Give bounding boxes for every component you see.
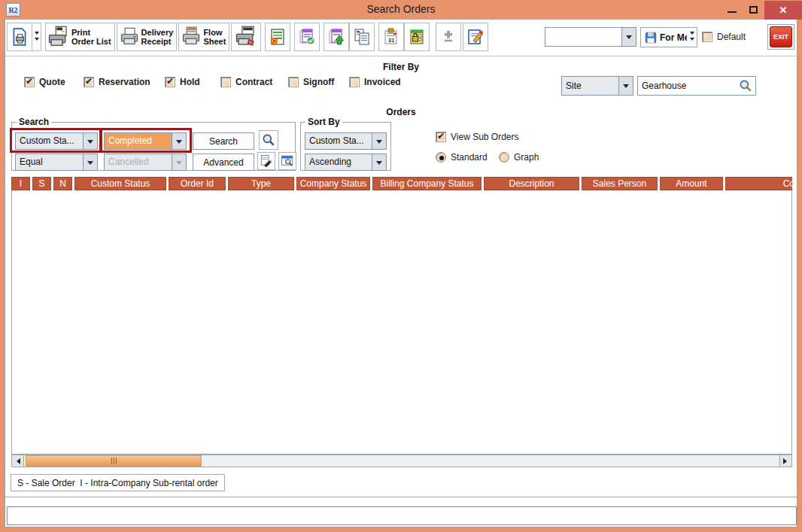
search-group-title: Search <box>17 117 51 127</box>
checkbox-box <box>702 32 712 42</box>
search-icon <box>261 132 276 147</box>
standard-radio[interactable]: Standard <box>436 152 488 163</box>
search-field-combo[interactable]: Custom Sta... <box>15 132 98 150</box>
site-search-input[interactable]: Gearhouse <box>637 76 756 96</box>
chevron-down-icon <box>172 154 186 170</box>
window-controls: ✕ <box>721 0 802 20</box>
minimize-button[interactable] <box>721 0 743 20</box>
column-header-n[interactable]: N <box>53 177 72 190</box>
orders-heading: Orders <box>5 107 797 117</box>
advanced-button[interactable]: Advanced <box>193 154 254 171</box>
calendar-icon: 31 <box>382 28 400 46</box>
checkbox-label: Signoff <box>303 77 334 87</box>
chevron-down-icon[interactable] <box>372 133 386 149</box>
print-options-dropdown[interactable] <box>32 23 41 51</box>
upload-order-button[interactable] <box>324 23 349 51</box>
security-button[interactable] <box>404 23 430 51</box>
saved-view-combo[interactable] <box>545 27 636 47</box>
maximize-button[interactable] <box>743 0 764 20</box>
thumb-grip <box>114 458 114 464</box>
table-body[interactable] <box>11 190 792 454</box>
arrow-right-icon <box>783 458 790 464</box>
batch-printer-icon <box>47 26 70 48</box>
calendar-button[interactable]: 31 <box>378 23 404 51</box>
bottom-separator <box>5 497 797 497</box>
green-document-icon <box>269 28 287 46</box>
checkbox-hold[interactable]: Hold <box>165 77 200 87</box>
column-header-s[interactable]: S <box>32 177 51 190</box>
for-me-options-dropdown[interactable] <box>687 27 697 47</box>
column-header-i[interactable]: I <box>11 177 30 190</box>
exit-button[interactable]: EXIT <box>770 26 792 47</box>
thumb-grip <box>111 458 112 464</box>
horizontal-scrollbar[interactable] <box>11 454 792 467</box>
filter-by-heading: Filter By <box>5 62 797 72</box>
confirm-order-button[interactable] <box>294 23 320 51</box>
checkbox-box <box>349 77 360 87</box>
pick-list-button[interactable] <box>231 23 261 51</box>
column-header-sales-person[interactable]: Sales Person <box>582 177 658 190</box>
saved-view-value <box>545 28 621 46</box>
search-window-button[interactable] <box>278 152 296 170</box>
copy-documents-icon <box>353 28 371 46</box>
checkbox-quote[interactable]: Quote <box>24 77 65 87</box>
chevron-down-icon[interactable] <box>372 154 386 170</box>
checkbox-contract[interactable]: Contract <box>220 77 272 87</box>
sort-field-combo[interactable]: Custom Sta... <box>305 132 387 150</box>
button-label: Delivery Receipt <box>140 28 175 46</box>
chevron-down-icon[interactable] <box>83 154 97 170</box>
chevron-down-icon[interactable] <box>621 28 636 46</box>
graph-radio[interactable]: Graph <box>499 152 539 163</box>
chevron-down-icon[interactable] <box>618 77 633 95</box>
flow-sheet-button[interactable]: Flow Sheet <box>178 23 229 51</box>
copy-order-button[interactable] <box>349 23 375 51</box>
pick-printer-icon <box>235 26 257 48</box>
search-icon[interactable] <box>738 78 753 93</box>
view-sub-orders-checkbox[interactable]: View Sub Orders <box>436 132 519 142</box>
delivery-receipt-button[interactable]: Delivery Receipt <box>117 23 178 51</box>
checkbox-label: Contract <box>235 77 272 87</box>
search-button[interactable]: Search <box>193 132 254 150</box>
checkbox-label: Quote <box>39 77 65 87</box>
close-button[interactable]: ✕ <box>764 1 802 20</box>
window-title: Search Orders <box>0 3 802 15</box>
sort-direction-combo[interactable]: Ascending <box>305 154 387 171</box>
scrollbar-thumb[interactable] <box>26 455 202 467</box>
column-header-custom-status[interactable]: Custom Status <box>74 177 166 190</box>
toolbar: Print Order List Delivery Receipt <box>7 23 488 53</box>
window-content: Print Order List Delivery Receipt <box>5 20 797 527</box>
checkbox-invoiced[interactable]: Invoiced <box>349 77 401 87</box>
add-button[interactable] <box>436 23 461 51</box>
column-header-billing-company-status[interactable]: Billing Company Status <box>372 177 482 190</box>
new-order-button[interactable] <box>265 23 290 51</box>
sort-by-group: Sort By Custom Sta... Ascending <box>300 122 391 171</box>
column-header-type[interactable]: Type <box>228 177 294 190</box>
column-header-order-id[interactable]: Order Id <box>169 177 226 190</box>
clipboard-check-icon <box>298 28 316 46</box>
window-search-icon <box>281 154 294 168</box>
edit-button[interactable] <box>463 23 488 51</box>
checkbox-box <box>288 77 299 87</box>
search-criteria-combo[interactable]: Completed <box>104 132 187 150</box>
search-operator-combo[interactable]: Equal <box>15 154 98 171</box>
scroll-right-button[interactable] <box>779 455 791 467</box>
chevron-down-icon[interactable] <box>83 133 97 149</box>
column-header-amount[interactable]: Amount <box>660 177 723 190</box>
scrollbar-track[interactable] <box>24 455 779 467</box>
site-combo[interactable]: Site <box>561 76 633 96</box>
print-button[interactable] <box>7 23 32 51</box>
column-header-company-status[interactable]: Company Status <box>296 177 370 190</box>
print-order-list-button[interactable]: Print Order List <box>45 23 115 51</box>
advanced-filter-button[interactable] <box>257 152 275 170</box>
column-header-company[interactable]: Company <box>725 177 792 190</box>
save-for-me-button[interactable]: For Me <box>640 27 693 47</box>
quick-search-button[interactable] <box>259 130 278 150</box>
default-checkbox[interactable]: Default <box>702 32 746 42</box>
checkbox-signoff[interactable]: Signoff <box>288 77 334 87</box>
checkbox-reservation[interactable]: Reservation <box>84 77 150 87</box>
table-header-row: ISNCustom StatusOrder IdTypeCompany Stat… <box>11 177 792 190</box>
chevron-down-icon[interactable] <box>172 133 186 149</box>
scroll-left-button[interactable] <box>12 455 24 467</box>
radio-circle <box>499 152 509 163</box>
column-header-description[interactable]: Description <box>484 177 579 190</box>
